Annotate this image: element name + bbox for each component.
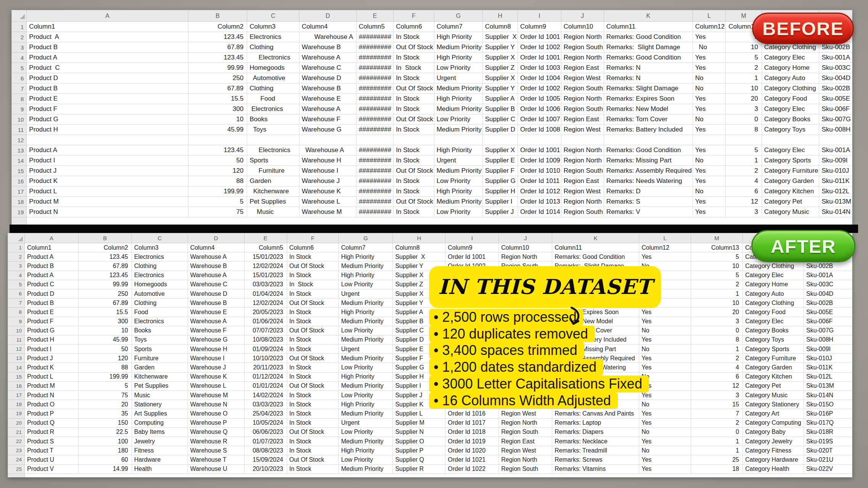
after-cell-B11[interactable]: 45.99 <box>78 335 132 344</box>
after-cell-E19[interactable]: 25/04/2023 <box>244 409 287 418</box>
before-cell-N8[interactable]: Category Food <box>762 94 819 104</box>
before-cell-O15[interactable]: Sku-010J <box>819 166 852 176</box>
before-row-number-3[interactable]: 3 <box>12 42 27 53</box>
after-cell-A19[interactable]: Product P <box>24 409 78 418</box>
before-cell-F13[interactable]: In Stock <box>394 145 434 156</box>
before-cell-I16[interactable]: Order Id 1011 <box>518 176 561 186</box>
after-cell-M14[interactable]: 4 <box>691 363 743 372</box>
before-cell-M5[interactable]: 2 <box>726 63 762 73</box>
after-cell-G14[interactable]: Low Priority <box>339 363 393 372</box>
before-cell-I14[interactable]: Order Id 1009 <box>518 156 561 166</box>
after-cell-C21[interactable]: Baby Items <box>132 427 188 437</box>
before-cell-A9[interactable]: Product F <box>27 104 188 114</box>
after-cell-D5[interactable]: Warehouse C <box>188 280 244 289</box>
after-cell-F16[interactable]: Out Of Stock <box>287 381 339 390</box>
after-cell-F25[interactable]: In Stock <box>287 464 339 474</box>
before-cell-H16[interactable]: Supplier G <box>482 176 518 186</box>
before-cell-H8[interactable]: Supplier A <box>482 94 518 104</box>
before-cell-N9[interactable]: Category Elec <box>762 104 819 114</box>
after-cell-M19[interactable]: 7 <box>691 409 743 418</box>
after-row-number-10[interactable]: 10 <box>8 326 25 335</box>
before-cell-G4[interactable]: High Priority <box>434 53 482 63</box>
after-row-number-16[interactable]: 16 <box>8 381 25 390</box>
after-cell-N13[interactable]: Category Furniture <box>743 354 804 363</box>
after-cell-B20[interactable]: 150 <box>78 418 132 427</box>
after-cell-F19[interactable]: In Stock <box>287 409 339 418</box>
before-cell-N11[interactable]: Category Toys <box>762 125 819 135</box>
before-cell-L10[interactable]: No <box>693 114 726 125</box>
after-cell-I21[interactable]: Order Id 1018 <box>445 427 499 437</box>
before-cell-H10[interactable]: Supplier C <box>482 114 518 125</box>
after-cell-C12[interactable]: Sports <box>132 345 188 354</box>
after-cell-M3[interactable]: 10 <box>691 262 743 271</box>
after-cell-B8[interactable]: 15.5 <box>78 308 132 317</box>
after-cell-L24[interactable]: Yes <box>639 455 691 464</box>
after-cell-J24[interactable]: Region North <box>499 455 552 464</box>
before-cell-L6[interactable]: No <box>693 73 726 83</box>
after-cell-J1[interactable]: Column10 <box>499 243 552 252</box>
before-cell-M3[interactable]: 10 <box>726 42 762 53</box>
after-cell-E23[interactable]: 08/08/2023 <box>244 446 287 455</box>
after-cell-C9[interactable]: Electronics <box>132 317 188 326</box>
before-cell-I18[interactable]: Order Id 1013 <box>518 197 561 207</box>
after-cell-B5[interactable]: 99.99 <box>78 280 132 289</box>
after-cell-E17[interactable]: 14/02/2024 <box>244 391 287 400</box>
before-cell-H7[interactable]: Supplier Y <box>482 83 518 94</box>
after-cell-A16[interactable]: Product M <box>24 381 78 390</box>
before-cell-C18[interactable]: Pet Supplies <box>247 197 299 207</box>
before-cell-B7[interactable]: 67.89 <box>188 83 247 94</box>
after-cell-G12[interactable]: Urgent <box>339 345 393 354</box>
before-cell-K5[interactable]: Remarks: N <box>604 63 693 73</box>
before-cell-G5[interactable]: Low Priority <box>434 63 482 73</box>
after-column-letter-H[interactable]: H <box>393 233 445 243</box>
after-cell-A3[interactable]: Product B <box>24 262 78 271</box>
before-cell-B3[interactable]: 67.89 <box>188 42 247 53</box>
before-cell-A15[interactable]: Product J <box>27 166 188 176</box>
after-cell-C15[interactable]: Kitchenware <box>132 372 188 381</box>
after-cell-L2[interactable]: Yes <box>639 252 691 262</box>
after-cell-C10[interactable]: Books <box>132 326 188 335</box>
before-cell-I12[interactable] <box>518 135 561 145</box>
after-column-letter-L[interactable]: L <box>639 233 691 243</box>
before-cell-E2[interactable]: ######### <box>356 32 394 42</box>
before-cell-A11[interactable]: Product H <box>27 125 188 135</box>
before-cell-B13[interactable]: 123.45 <box>188 145 247 156</box>
after-cell-B24[interactable]: 60 <box>78 455 132 464</box>
after-cell-C22[interactable]: Jewelry <box>132 437 188 446</box>
before-cell-K18[interactable]: Remarks: S <box>604 197 693 207</box>
after-cell-D6[interactable]: Warehouse D <box>188 289 244 298</box>
before-cell-B17[interactable]: 199.99 <box>188 186 247 197</box>
before-cell-O19[interactable]: Sku-014N <box>819 207 852 217</box>
after-cell-N12[interactable]: Category Sports <box>743 345 804 354</box>
after-cell-E6[interactable]: 01/04/2024 <box>244 289 287 298</box>
after-cell-D18[interactable]: Warehouse N <box>188 400 244 409</box>
before-cell-J4[interactable]: Region North <box>561 53 604 63</box>
after-cell-H21[interactable]: Supplier N <box>393 427 445 437</box>
before-cell-K12[interactable] <box>604 135 693 145</box>
before-cell-O10[interactable]: Sku-007G <box>819 114 852 125</box>
after-cell-F18[interactable]: In Stock <box>287 400 339 409</box>
after-cell-N10[interactable]: Category Books <box>743 326 804 335</box>
after-cell-F5[interactable]: In Stock <box>287 280 339 289</box>
before-cell-O6[interactable]: Sku-004D <box>819 73 852 83</box>
before-cell-E16[interactable]: ######### <box>356 176 394 186</box>
before-cell-D3[interactable]: Warehouse B <box>299 42 357 53</box>
before-cell-J18[interactable]: Region North <box>561 197 604 207</box>
before-cell-E4[interactable]: ######### <box>356 53 394 63</box>
after-cell-K1[interactable]: Column11 <box>552 243 639 252</box>
after-cell-C5[interactable]: Homegoods <box>132 280 188 289</box>
before-cell-I13[interactable]: Order Id 1001 <box>518 145 561 156</box>
after-cell-G7[interactable]: Medium Priority <box>339 299 393 308</box>
after-cell-H24[interactable]: Supplier Q <box>393 455 445 464</box>
before-cell-K9[interactable]: Remarks: New Model <box>604 104 693 114</box>
before-cell-K6[interactable]: Remarks: N <box>604 73 693 83</box>
before-cell-E15[interactable]: ######### <box>356 166 394 176</box>
before-cell-C4[interactable]: Electronics <box>247 53 299 63</box>
after-cell-D15[interactable]: Warehouse K <box>188 372 244 381</box>
before-cell-D10[interactable]: Warehouse F <box>299 114 357 125</box>
before-cell-G11[interactable]: Medium Priority <box>434 125 482 135</box>
after-column-letter-A[interactable]: A <box>24 233 78 243</box>
after-cell-F15[interactable]: In Stock <box>287 372 339 381</box>
after-cell-F22[interactable]: In Stock <box>287 437 339 446</box>
after-cell-B18[interactable]: 20 <box>78 400 132 409</box>
